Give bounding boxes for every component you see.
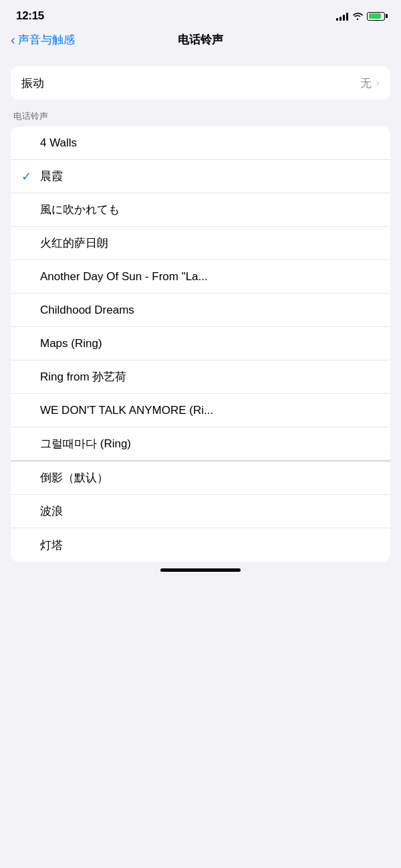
content: 振动 无 › 电话铃声 4 Walls✓晨霞風に吹かれても火红的萨日朗Anoth…: [0, 66, 401, 585]
nav-bar: ‹ 声音与触感 电话铃声: [0, 28, 401, 56]
ringtone-name: Childhood Dreams: [40, 304, 380, 317]
ringtone-name: Ring from 孙艺荷: [40, 369, 380, 385]
vibration-card: 振动 无 ›: [11, 66, 390, 100]
ringtone-item[interactable]: 그럴때마다 (Ring): [11, 427, 390, 461]
ringtone-item[interactable]: Ring from 孙艺荷: [11, 360, 390, 394]
back-button[interactable]: ‹ 声音与触感: [11, 32, 75, 47]
ringtone-item[interactable]: 火红的萨日朗: [11, 227, 390, 260]
page-title: 电话铃声: [178, 32, 223, 47]
vibration-value: 无: [360, 76, 372, 91]
ringtone-section-label: 电话铃声: [0, 110, 401, 126]
ringtone-name: 灯塔: [40, 538, 380, 553]
ringtone-name: 그럴때마다 (Ring): [40, 436, 380, 451]
ringtone-name: 4 Walls: [40, 136, 380, 150]
ringtone-item[interactable]: 風に吹かれても: [11, 193, 390, 227]
vibration-label: 振动: [21, 76, 360, 91]
wifi-icon: [352, 11, 363, 22]
ringtone-name: 倒影（默认）: [40, 470, 380, 485]
ringtone-name: 波浪: [40, 504, 380, 519]
ringtone-item[interactable]: Another Day Of Sun - From "La...: [11, 260, 390, 294]
home-indicator: [160, 568, 241, 572]
status-time: 12:15: [16, 9, 44, 23]
ringtone-name: 風に吹かれても: [40, 202, 380, 217]
back-label: 声音与触感: [18, 32, 75, 47]
battery-icon: [367, 12, 385, 21]
ringtone-list: 4 Walls✓晨霞風に吹かれても火红的萨日朗Another Day Of Su…: [11, 126, 390, 562]
ringtone-item[interactable]: Childhood Dreams: [11, 294, 390, 327]
back-chevron-icon: ‹: [11, 33, 15, 46]
ringtone-name: Maps (Ring): [40, 337, 380, 350]
ringtone-name: 火红的萨日朗: [40, 235, 380, 251]
ringtone-checkmark-icon: ✓: [21, 169, 40, 184]
ringtone-name: WE DON'T TALK ANYMORE (Ri...: [40, 404, 380, 417]
vibration-chevron-icon: ›: [376, 76, 380, 90]
ringtone-section: 电话铃声 4 Walls✓晨霞風に吹かれても火红的萨日朗Another Day …: [0, 110, 401, 562]
ringtone-item[interactable]: ✓晨霞: [11, 160, 390, 193]
signal-icon: [336, 11, 348, 21]
vibration-item[interactable]: 振动 无 ›: [11, 66, 390, 100]
ringtone-item[interactable]: 波浪: [11, 495, 390, 528]
ringtone-name: 晨霞: [40, 169, 380, 184]
ringtone-item[interactable]: 4 Walls: [11, 126, 390, 160]
ringtone-item[interactable]: WE DON'T TALK ANYMORE (Ri...: [11, 394, 390, 427]
ringtone-item[interactable]: 倒影（默认）: [11, 461, 390, 495]
ringtone-item[interactable]: Maps (Ring): [11, 327, 390, 360]
ringtone-item[interactable]: 灯塔: [11, 528, 390, 562]
vibration-section: 振动 无 ›: [0, 66, 401, 100]
status-bar: 12:15: [0, 0, 401, 28]
ringtone-name: Another Day Of Sun - From "La...: [40, 270, 380, 284]
status-icons: [336, 11, 385, 22]
